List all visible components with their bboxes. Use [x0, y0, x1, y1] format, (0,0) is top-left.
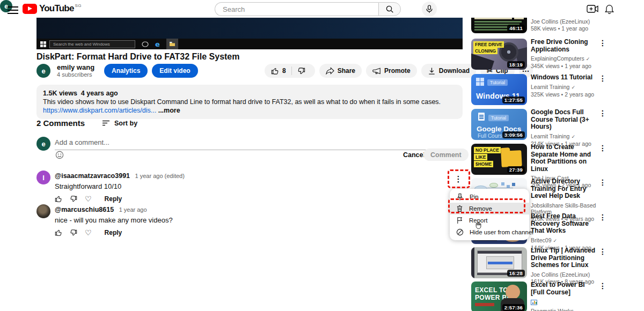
promote-button[interactable]: Promote — [366, 64, 417, 78]
hamburger-menu-icon[interactable] — [8, 4, 18, 13]
sidebar-video[interactable]: Tutorial Windows 11 1:27:55 Windows 11 T… — [471, 74, 606, 105]
video-menu-button[interactable]: ⋮ — [599, 144, 606, 152]
channel-avatar[interactable]: e — [36, 64, 50, 78]
video-title[interactable]: Excel to Power BI [Full Course] — [531, 282, 599, 296]
video-thumbnail[interactable]: FREE DRIVE CLONING 18:19 — [471, 39, 527, 70]
like-button[interactable]: 8 — [265, 67, 291, 75]
add-comment-input[interactable] — [55, 136, 457, 150]
video-thumbnail[interactable]: Tutorial Google Docs Full Course 3:09:56 — [471, 109, 527, 140]
comment-text: Straightforward 10/10 — [55, 182, 412, 190]
video-title[interactable]: Free Drive Cloning Applications — [531, 39, 599, 53]
megaphone-icon — [372, 67, 381, 75]
video-title[interactable]: Active Directory Training For Entry Leve… — [531, 178, 599, 200]
channel-name[interactable]: emily wang — [57, 64, 104, 71]
submit-comment-button[interactable]: Comment — [423, 149, 469, 161]
comment-author[interactable]: @marcuschiu8615 — [55, 206, 114, 213]
thumbnail-text: $HOME — [474, 161, 493, 167]
description-link[interactable]: https://www.diskpart.com/articles/dis... — [43, 107, 156, 114]
video-title[interactable]: How to Create Separate Home and Root Par… — [531, 144, 599, 173]
verified-badge-icon: ✓ — [571, 134, 575, 139]
notifications-button[interactable] — [605, 4, 614, 14]
voice-search-button[interactable] — [422, 2, 437, 17]
description-text: This video shows how to use Diskpart Com… — [43, 98, 456, 106]
video-menu-button[interactable]: ⋮ — [599, 178, 606, 187]
video-thumbnail[interactable]: NO PLACE LIKE $HOME 27:39 — [471, 144, 527, 175]
video-menu-button[interactable]: ⋮ — [599, 282, 606, 290]
sort-by-button[interactable]: Sort by — [102, 120, 137, 127]
comment-author[interactable]: @isaacmatzavraco3991 — [55, 172, 130, 180]
video-thumbnail[interactable]: Tutorial Windows 11 1:27:55 — [471, 74, 527, 105]
channel-subscribers: 4 subscribers — [57, 71, 104, 78]
sort-icon — [102, 120, 110, 127]
youtube-logo[interactable]: YouTube SG — [23, 3, 82, 14]
comment-reply-button[interactable]: Reply — [105, 195, 122, 203]
bell-icon — [605, 4, 614, 14]
menu-item-remove[interactable]: Remove — [450, 203, 529, 214]
video-title[interactable]: Google Docs Full Course Tutorial (3+ Hou… — [531, 109, 599, 131]
video-menu-button[interactable]: ⋮ — [599, 213, 606, 221]
menu-item-pin[interactable]: Pin — [450, 191, 529, 203]
comment-like-button[interactable] — [55, 229, 62, 236]
sidebar-video[interactable]: EXCEL TO POWER BI 2:57:36 Excel to Power… — [471, 282, 606, 311]
comment-heart-button[interactable]: ♡ — [85, 228, 92, 237]
emoji-button[interactable] — [55, 151, 64, 159]
menu-item-hide-user[interactable]: Hide user from channel — [450, 226, 529, 238]
verified-badge-icon: ✓ — [586, 56, 590, 62]
analytics-button[interactable]: Analytics — [104, 64, 148, 78]
file-explorer-icon — [166, 39, 178, 49]
masthead: YouTube SG e — [0, 0, 644, 18]
video-title[interactable]: Best Free Data Recovery Software That Wo… — [531, 213, 599, 235]
show-more-button[interactable]: ...more — [158, 107, 180, 114]
dislike-button[interactable] — [292, 67, 315, 75]
sidebar-video[interactable]: NO PLACE LIKE $HOME 27:39 How to Create … — [471, 144, 606, 175]
verified-badge-icon: ✓ — [571, 85, 575, 90]
video-menu-button[interactable]: ⋮ — [599, 39, 606, 47]
like-dislike-pill: 8 — [265, 64, 315, 78]
edge-browser-icon: e — [155, 39, 160, 49]
video-menu-button[interactable]: ⋮ — [599, 109, 606, 117]
share-button[interactable]: Share — [319, 64, 362, 78]
share-icon — [326, 67, 334, 75]
smiley-icon — [55, 151, 64, 159]
video-menu-button[interactable]: ⋮ — [599, 74, 606, 83]
channel-info[interactable]: emily wang 4 subscribers — [57, 64, 104, 78]
comment-dislike-button[interactable] — [70, 195, 77, 203]
search-button[interactable] — [378, 2, 401, 16]
menu-item-report[interactable]: Report — [450, 214, 529, 226]
sidebar-video[interactable]: Tutorial Google Docs Full Course 3:09:56… — [471, 109, 606, 140]
sidebar-video[interactable]: FREE DRIVE CLONING 18:19 Free Drive Clon… — [471, 39, 606, 70]
thumbs-up-icon — [271, 67, 279, 75]
comment-avatar[interactable] — [36, 204, 50, 218]
search-input[interactable] — [215, 2, 378, 16]
comment-like-button[interactable] — [55, 195, 62, 203]
thumbnail-text: EXCEL TO — [475, 286, 508, 294]
video-duration: 3:09:56 — [502, 131, 525, 138]
verified-badge-icon: ✓ — [553, 238, 558, 243]
view-count-date: 1.5K views 4 years ago — [43, 89, 456, 98]
video-meta: 345K views • 1 year ago — [531, 63, 599, 69]
download-button[interactable]: Download — [421, 64, 476, 78]
comment-timestamp: 1 year ago — [119, 206, 147, 213]
sidebar-video[interactable]: 46:11 Joe Collins (EzeeLinux) 58K views … — [471, 18, 606, 33]
video-title[interactable]: Linux Tip | Advanced Drive Partitioning … — [531, 247, 599, 269]
video-duration: 27:39 — [507, 166, 525, 173]
cancel-comment-button[interactable]: Cancel — [403, 151, 425, 159]
video-thumbnail[interactable]: EXCEL TO POWER BI 2:57:36 — [471, 282, 527, 311]
comment-reply-button[interactable]: Reply — [105, 229, 122, 236]
comment-dislike-button[interactable] — [70, 229, 77, 236]
comment-options-button[interactable]: ⋮ — [453, 173, 463, 187]
edit-video-button[interactable]: Edit video — [152, 64, 197, 78]
comment-text: nice - will you make any more videos? — [55, 216, 412, 224]
comment-avatar[interactable]: I — [36, 171, 50, 184]
video-thumbnail[interactable]: 16:28 — [471, 247, 527, 278]
comment-heart-button[interactable]: ♡ — [85, 195, 92, 203]
youtube-play-icon — [23, 4, 37, 14]
sidebar-video[interactable]: 16:28 Linux Tip | Advanced Drive Partiti… — [471, 247, 606, 278]
create-video-button[interactable] — [587, 4, 598, 13]
video-title[interactable]: Windows 11 Tutorial — [531, 74, 599, 82]
video-thumbnail[interactable]: 46:11 — [471, 18, 527, 33]
video-menu-button[interactable]: ⋮ — [599, 247, 606, 256]
video-meta: 58K views • 1 year ago — [531, 25, 599, 32]
video-player[interactable]: Search the web and Windows e — [36, 18, 463, 49]
thumbnail-text: Tutorial — [488, 115, 509, 121]
